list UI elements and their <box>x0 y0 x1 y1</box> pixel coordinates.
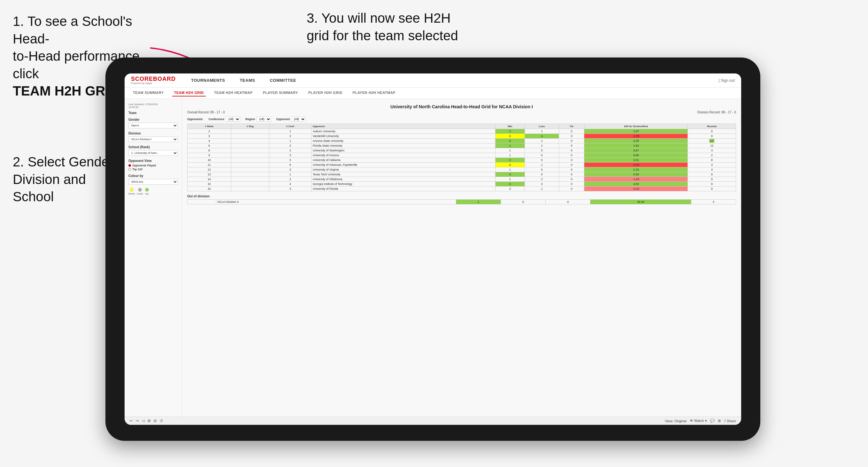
table-row: 10 5 University of Alabama 3 0 0 2.61 8 <box>188 158 736 163</box>
table-row: 8 2 University of Washington 1 0 0 3.67 … <box>188 148 736 153</box>
school-select[interactable]: 1. University of Nort... <box>128 150 178 156</box>
view-original-btn[interactable]: View: Original <box>665 419 686 423</box>
tab-team-h2h-heatmap[interactable]: TEAM H2H HEATMAP <box>212 89 255 96</box>
division-section: Division NCAA Division I <box>128 132 178 142</box>
back-btn[interactable]: ◁ <box>142 419 145 423</box>
redo-btn[interactable]: ↪ <box>136 419 138 423</box>
bottom-toolbar: ↩ ↪ ◁ ⊞ ⊟ ⏱ View: Original 👁 Watch ▾ 💬 ⊞… <box>125 416 741 425</box>
col-rounds: Rounds <box>688 124 736 129</box>
col-opponent: Opponent <box>311 124 495 129</box>
col-rank: # Rank <box>188 124 231 129</box>
grid-title: University of North Carolina Head-to-Hea… <box>187 104 736 109</box>
sign-out-button[interactable]: | Sign out <box>719 78 735 83</box>
h2h-table: # Rank # Reg # Conf Opponent Win Loss Ti… <box>187 124 736 191</box>
table-row: 3 2 Vanderbilt University 0 4 0 -2.29 8 <box>188 134 736 138</box>
opponent-select[interactable]: (All) <box>291 117 306 122</box>
logo: SCOREBOARD Powered by clippd <box>131 76 176 85</box>
col-win: Win <box>496 124 525 129</box>
table-row: 12 3 University of Virginia 1 0 0 2.33 3 <box>188 167 736 172</box>
sidebar: Last Updated: 27/03/2024 16:55:38 Team G… <box>125 99 182 416</box>
filter-region: Region (All) <box>245 117 271 122</box>
annotation-2: 2. Select Gender, Division and School <box>13 153 117 206</box>
out-of-division-table: NCAA Division II 1 0 0 26.00 3 <box>187 199 736 205</box>
region-select[interactable]: (All) <box>256 117 271 122</box>
out-of-division-label: Out of division <box>187 194 736 198</box>
out-of-division-row: NCAA Division II 1 0 0 26.00 3 <box>188 200 736 205</box>
team-section: Team <box>128 111 178 115</box>
tab-player-summary[interactable]: PLAYER SUMMARY <box>261 89 300 96</box>
color-legend: Down Level Up <box>128 188 178 195</box>
table-row: 2 1 Auburn University 2 1 0 1.67 9 <box>188 129 736 134</box>
col-conf: # Conf <box>269 124 311 129</box>
tab-player-h2h-grid[interactable]: PLAYER H2H GRID <box>306 89 344 96</box>
conference-select[interactable]: (All) <box>225 117 240 122</box>
col-diff: Diff Av Strokes/Rnd <box>584 124 688 129</box>
gender-select[interactable]: Men's <box>128 123 178 128</box>
sub-nav: TEAM SUMMARY TEAM H2H GRID TEAM H2H HEAT… <box>125 88 741 99</box>
copy-btn[interactable]: ⊞ <box>148 419 151 423</box>
tablet-frame: SCOREBOARD Powered by clippd TOURNAMENTS… <box>105 58 760 441</box>
filter-opponent: Opponent (All) <box>276 117 306 122</box>
opponent-view-section: Opponent View Opponents Played Top 100 <box>128 159 178 171</box>
watch-btn[interactable]: 👁 Watch ▾ <box>690 419 707 423</box>
table-row: 4 1 Arizona State University 5 1 0 2.29 … <box>188 138 736 144</box>
share-btn[interactable]: ⤴ Share <box>724 419 736 423</box>
tab-team-h2h-grid[interactable]: TEAM H2H GRID <box>172 89 206 96</box>
grid-area: University of North Carolina Head-to-Hea… <box>182 99 741 416</box>
tab-player-h2h-heatmap[interactable]: PLAYER H2H HEATMAP <box>351 89 397 96</box>
table-row: 16 3 University of Florida 3 1 0 -6.42 9 <box>188 187 736 191</box>
table-row: 14 2 University of Oklahoma 1 2 0 -1.00 … <box>188 177 736 182</box>
table-row: 13 1 Texas Tech University 3 0 0 5.56 9 <box>188 172 736 177</box>
clock-btn[interactable]: ⏱ <box>160 419 163 423</box>
division-select[interactable]: NCAA Division I <box>128 136 178 142</box>
nav-tournaments[interactable]: TOURNAMENTS <box>188 77 227 84</box>
filter-row: Opponents: Conference (All) Region (All) <box>187 117 736 122</box>
table-row: 11 6 University of Arkansas, Fayettevill… <box>188 163 736 167</box>
nav-teams[interactable]: TEAMS <box>237 77 257 84</box>
annotation-3: 3. You will now see H2H grid for the tea… <box>307 9 458 44</box>
col-reg: # Reg <box>231 124 269 129</box>
school-section: School (Rank) 1. University of Nort... <box>128 145 178 156</box>
table-row: 6 2 Florida State University 1 2 0 1.83 … <box>188 144 736 148</box>
record-row: Overall Record: 89 - 17 - 0 Division Rec… <box>187 111 736 114</box>
radio-top100[interactable]: Top 100 <box>128 168 178 171</box>
colour-section: Colour by Win/Loss <box>128 174 178 185</box>
gender-section: Gender Men's <box>128 118 178 128</box>
tablet-screen: SCOREBOARD Powered by clippd TOURNAMENTS… <box>125 73 741 425</box>
filter-conference: Conference (All) <box>209 117 241 122</box>
filter-opponents: Opponents: <box>187 118 204 121</box>
col-tie: Tie <box>559 124 584 129</box>
table-row: 15 4 Georgia Institute of Technology 6 0… <box>188 182 736 187</box>
undo-btn[interactable]: ↩ <box>130 419 132 423</box>
radio-opponents-played[interactable]: Opponents Played <box>128 164 178 167</box>
table-header-row: # Rank # Reg # Conf Opponent Win Loss Ti… <box>188 124 736 129</box>
present-btn[interactable]: ⊞ <box>718 419 721 423</box>
tab-team-summary[interactable]: TEAM SUMMARY <box>131 89 166 96</box>
nav-bar: SCOREBOARD Powered by clippd TOURNAMENTS… <box>125 73 741 88</box>
grid-btn[interactable]: ⊟ <box>154 419 157 423</box>
colour-select[interactable]: Win/Loss <box>128 179 178 185</box>
table-row: 9 3 University of Arizona 1 0 0 9.00 2 <box>188 153 736 158</box>
main-content: Last Updated: 27/03/2024 16:55:38 Team G… <box>125 99 741 416</box>
comment-btn[interactable]: 💬 <box>710 419 715 423</box>
col-loss: Loss <box>525 124 559 129</box>
opponent-view-radio: Opponents Played Top 100 <box>128 164 178 171</box>
timestamp: Last Updated: 27/03/2024 16:55:38 <box>128 103 178 108</box>
nav-committee[interactable]: COMMITTEE <box>267 77 299 84</box>
